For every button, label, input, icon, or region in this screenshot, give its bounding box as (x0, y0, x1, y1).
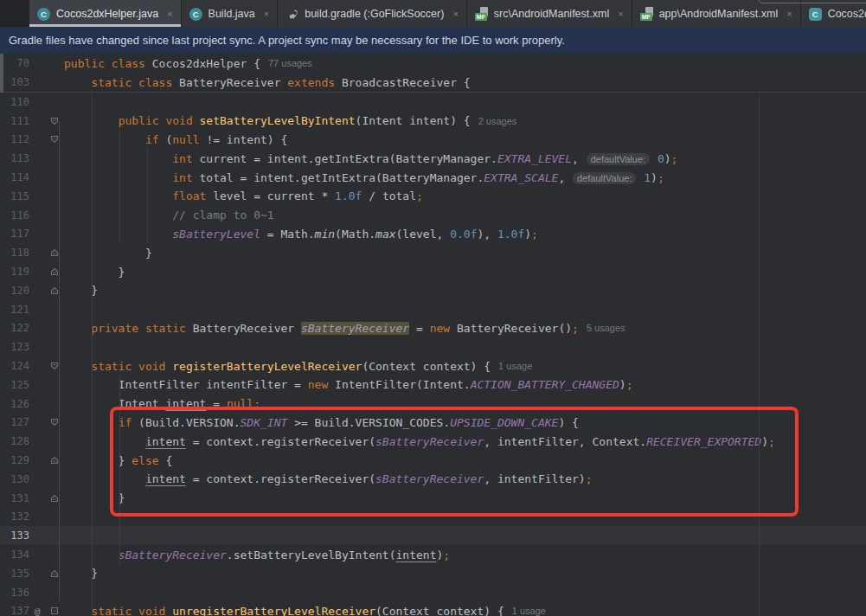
code-line-103[interactable]: 103 static class BatteryReceiver extends… (0, 73, 866, 92)
fold-marker-slot[interactable] (45, 416, 64, 428)
tab-src-androidmanifest-xml[interactable]: MFsrc\AndroidManifest.xml× (467, 0, 632, 27)
fold-marker-slot[interactable] (45, 115, 64, 127)
tab-cocos2dxhelper-java[interactable]: CCocos2dxHelper.java× (29, 0, 182, 27)
code-line-114[interactable]: 114 int total = intent.getIntExtra(Batte… (0, 168, 866, 187)
fold-marker-slot[interactable] (45, 266, 64, 278)
java-class-icon: C (189, 7, 203, 21)
fold-marker-slot[interactable] (45, 492, 64, 504)
fold-marker-slot[interactable] (45, 133, 64, 145)
tab-close-icon[interactable]: × (618, 9, 623, 19)
code-line-133[interactable]: 133 (0, 526, 866, 545)
line-number: 103 (0, 76, 29, 88)
code-line-135[interactable]: 135 } (0, 564, 866, 583)
code-line-121[interactable]: 121 (0, 300, 866, 319)
fold-marker-slot[interactable] (45, 568, 64, 580)
line-number: 132 (0, 510, 29, 523)
code-text: } (64, 266, 125, 279)
fold-box-icon[interactable] (48, 605, 61, 616)
fold-region-line (59, 121, 60, 601)
tab-bar-spacer (0, 0, 29, 27)
line-number: 130 (0, 473, 29, 485)
line-number: 126 (0, 398, 29, 410)
code-line-127[interactable]: 127 if (Build.VERSION.SDK_INT >= Build.V… (0, 414, 866, 433)
floating-toolbar-edge (758, 0, 866, 3)
code-line-70[interactable]: 70public class Cocos2dxHelper {77 usages (0, 54, 866, 73)
code-text: float level = current * 1.0f / total; (64, 189, 423, 202)
line-number: 70 (0, 57, 29, 69)
line-number: 127 (0, 416, 29, 428)
right-margin-guide (759, 93, 760, 616)
fold-marker-slot[interactable] (45, 285, 64, 297)
code-line-122[interactable]: 122 private static BatteryReceiver sBatt… (0, 319, 866, 338)
code-line-131[interactable]: 131 } (0, 489, 866, 508)
usages-inlay-hint[interactable]: 77 usages (268, 58, 312, 68)
code-text: Intent intent = null; (64, 397, 260, 410)
indent-guide (119, 131, 120, 244)
code-line-112[interactable]: 112 if (null != intent) { (0, 131, 866, 150)
tab-close-icon[interactable]: × (167, 9, 172, 19)
code-line-116[interactable]: 116 // clamp to 0~1 (0, 206, 866, 225)
tab-label: app\AndroidManifest.xml (659, 8, 779, 20)
code-line-118[interactable]: 118 } (0, 243, 866, 262)
code-text: if (Build.VERSION.SDK_INT >= Build.VERSI… (64, 416, 579, 429)
tab-label: src\AndroidManifest.xml (494, 8, 609, 20)
usages-inlay-hint[interactable]: 1 usage (498, 361, 532, 371)
sticky-scroll-strip (0, 54, 3, 93)
code-line-128[interactable]: 128 intent = context.registerReceiver(sB… (0, 432, 866, 451)
tab-close-icon[interactable]: × (786, 9, 792, 19)
editor-tab-bar: CCocos2dxHelper.java×CBuild.java×build.g… (0, 0, 866, 27)
manifest-icon: MF (640, 7, 654, 21)
code-line-117[interactable]: 117 sBatteryLevel = Math.min(Math.max(le… (0, 225, 866, 244)
code-text: // clamp to 0~1 (64, 209, 274, 221)
line-number: 115 (0, 190, 29, 202)
code-editor[interactable]: 70public class Cocos2dxHelper {77 usages… (0, 54, 866, 616)
tab-build-java[interactable]: CBuild.java× (182, 0, 279, 27)
tab-close-icon[interactable]: × (264, 9, 269, 19)
code-text: static void registerBatteryLevelReceiver… (64, 360, 491, 373)
fold-marker-slot[interactable] (45, 605, 64, 616)
tab-app-androidmanifest-xml[interactable]: MFapp\AndroidManifest.xml× (632, 0, 801, 27)
sticky-lines-panel: 70public class Cocos2dxHelper {77 usages… (0, 54, 866, 93)
code-line-134[interactable]: 134 sBatteryReceiver.setBatteryLevelByIn… (0, 545, 866, 564)
tab-close-icon[interactable]: × (452, 9, 458, 19)
ide-window: CCocos2dxHelper.java×CBuild.java×build.g… (0, 0, 866, 616)
code-text: public class Cocos2dxHelper { (64, 57, 260, 70)
code-text: public void setBatteryLevelByIntent(Inte… (64, 114, 471, 127)
line-number: 128 (0, 435, 29, 447)
line-number: 125 (0, 379, 29, 391)
code-line-110[interactable]: 110 (0, 93, 866, 112)
line-number: 122 (0, 322, 29, 334)
line-number: 117 (0, 228, 29, 240)
code-line-132[interactable]: 132 (0, 508, 866, 527)
line-number: 110 (0, 96, 29, 108)
code-line-113[interactable]: 113 int current = intent.getIntExtra(Bat… (0, 149, 866, 168)
code-line-125[interactable]: 125 IntentFilter intentFilter = new Inte… (0, 375, 866, 395)
line-number: 131 (0, 492, 29, 504)
tab-cocos2dxactiv[interactable]: CCocos2dxActiv (801, 0, 866, 27)
tab-build-gradle-goflicksoccer-[interactable]: build.gradle (:GoFlickSoccer)× (278, 0, 467, 27)
code-text: static class BatteryReceiver extends Bro… (64, 76, 471, 89)
indent-guide (147, 432, 148, 451)
usages-inlay-hint[interactable]: 2 usages (478, 116, 517, 126)
line-number: 137 (0, 605, 29, 616)
code-line-137[interactable]: 137@ static void unregisterBatteryLevelR… (0, 602, 866, 616)
code-text: } (64, 284, 98, 297)
manifest-icon: MF (475, 7, 489, 21)
code-line-123[interactable]: 123 (0, 337, 866, 356)
code-line-119[interactable]: 119 } (0, 262, 866, 281)
code-line-129[interactable]: 129 } else { (0, 451, 866, 470)
code-line-111[interactable]: 111 public void setBatteryLevelByIntent(… (0, 112, 866, 131)
usages-inlay-hint[interactable]: 1 usage (512, 606, 546, 616)
code-line-136[interactable]: 136 (0, 583, 866, 602)
fold-marker-slot[interactable] (45, 454, 64, 466)
fold-marker-slot[interactable] (45, 247, 64, 259)
code-line-126[interactable]: 126 Intent intent = null; (0, 395, 866, 414)
code-line-115[interactable]: 115 float level = current * 1.0f / total… (0, 187, 866, 206)
code-line-130[interactable]: 130 intent = context.registerReceiver(sB… (0, 470, 866, 489)
code-line-120[interactable]: 120 } (0, 281, 866, 300)
usages-inlay-hint[interactable]: 5 usages (587, 323, 625, 333)
code-text: sBatteryReceiver.setBatteryLevelByIntent… (64, 549, 450, 561)
code-text: if (null != intent) { (64, 133, 287, 146)
code-line-124[interactable]: 124 static void registerBatteryLevelRece… (0, 356, 866, 375)
fold-marker-slot[interactable] (45, 360, 64, 372)
